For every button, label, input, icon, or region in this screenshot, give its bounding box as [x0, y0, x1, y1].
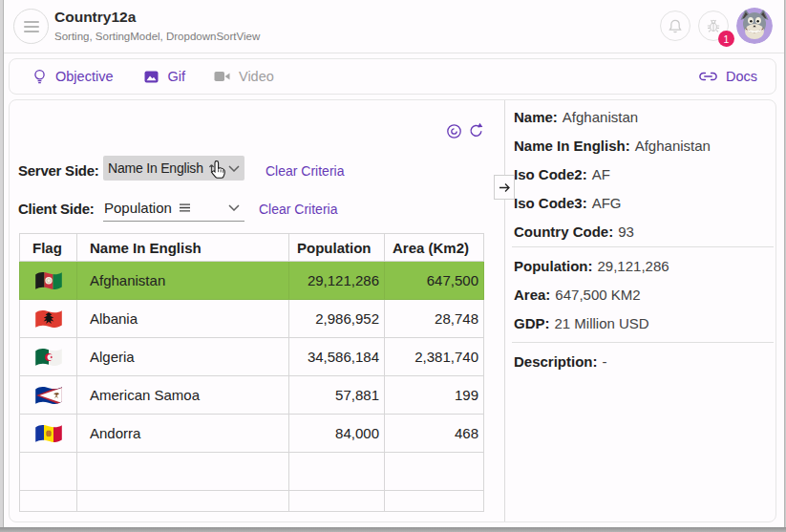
table-header-row: Flag Name In English Population Area (Km…: [20, 234, 484, 262]
docs-label: Docs: [726, 69, 757, 84]
gif-label: Gif: [167, 69, 185, 84]
details-divider-2: [512, 342, 774, 343]
gif-button[interactable]: Gif: [144, 69, 185, 84]
notifications-button[interactable]: [660, 11, 690, 41]
client-sort-value: Population: [104, 200, 172, 216]
table-row-algeria[interactable]: Algeria 34,586,184 2,381,740: [20, 338, 484, 376]
target-icon: [446, 123, 462, 139]
window-border-left-inner: [3, 0, 4, 532]
lightbulb-icon: [32, 69, 47, 84]
american-samoa-flag-icon: [34, 385, 63, 406]
chevron-down-icon: [228, 165, 240, 172]
page-subtitle: Sorting, SortingModel, DropdownSortView: [54, 31, 260, 42]
table-row-empty: [20, 453, 484, 491]
objective-label: Objective: [55, 69, 113, 84]
table-row-american-samoa[interactable]: American Samoa 57,881 199: [20, 376, 484, 415]
detail-name: Name:Afghanistan: [514, 103, 774, 132]
toolbar: Objective Gif Video Docs: [9, 58, 776, 95]
page-title: Country12a: [54, 9, 136, 26]
table-row-afghanistan[interactable]: Afghanistan 29,121,286 647,500: [20, 262, 484, 300]
col-name[interactable]: Name In English: [77, 234, 289, 262]
main-card: Server Side: Name In English Clear Crite…: [9, 99, 776, 522]
client-sort-dropdown[interactable]: Population: [103, 194, 244, 222]
refresh-icon: [468, 122, 484, 139]
detail-name-in-english: Name In English:Afghanistan: [514, 132, 774, 160]
video-icon: [214, 71, 230, 82]
details-divider-1: [512, 246, 774, 247]
col-population[interactable]: Population: [289, 234, 385, 262]
country-details-panel: Name:Afghanistan Name In English:Afghani…: [514, 103, 774, 376]
arrow-right-icon: [499, 182, 511, 193]
server-clear-criteria-link[interactable]: Clear Criteria: [266, 163, 344, 179]
center-focus-button[interactable]: [446, 123, 462, 143]
bug-icon: [706, 18, 721, 33]
video-label: Video: [239, 69, 274, 84]
panel-divider: [504, 100, 505, 521]
andorra-flag-icon: [34, 423, 63, 444]
link-icon: [699, 72, 717, 81]
chevron-down-icon: [228, 204, 240, 211]
col-flag[interactable]: Flag: [20, 234, 77, 262]
window-border-right-inner: [784, 0, 785, 532]
objective-button[interactable]: Objective: [32, 69, 113, 84]
detail-description: Description:-: [514, 348, 774, 376]
cat-avatar-icon: [736, 8, 773, 44]
detail-population: Population:29,121,286: [514, 252, 774, 281]
client-side-label: Client Side:: [18, 201, 95, 217]
window-border-bottom: [0, 527, 786, 532]
user-avatar[interactable]: [736, 8, 773, 44]
afghanistan-flag-icon: [34, 270, 63, 291]
table-row-empty-short: [20, 491, 484, 512]
bell-icon: [668, 18, 683, 34]
algeria-flag-icon: [34, 347, 63, 368]
table-row-albania[interactable]: Albania 2,986,952 28,748: [20, 300, 484, 338]
app-header: Country12a Sorting, SortingModel, Dropdo…: [0, 0, 786, 53]
image-icon: [144, 71, 159, 83]
refresh-button[interactable]: [468, 122, 484, 143]
detail-country-code: Country Code:93: [514, 218, 774, 246]
docs-button[interactable]: Docs: [699, 69, 757, 84]
albania-flag-icon: [34, 309, 63, 330]
detail-gdp: GDP:21 Million USD: [514, 309, 774, 338]
expand-panel-button[interactable]: [494, 175, 515, 200]
notification-badge: 1: [718, 31, 734, 47]
menu-button[interactable]: [13, 9, 49, 44]
server-side-label: Server Side:: [18, 162, 99, 179]
video-button[interactable]: Video: [214, 69, 274, 84]
client-clear-criteria-link[interactable]: Clear Criteria: [259, 202, 337, 217]
countries-table: Flag Name In English Population Area (Km…: [19, 233, 484, 512]
detail-area: Area:647,500 KM2: [514, 281, 774, 309]
sort-lines-icon: [179, 203, 191, 212]
detail-iso-code3: Iso Code3:AFG: [514, 189, 774, 218]
col-area[interactable]: Area (Km2): [385, 234, 484, 262]
table-row-andorra[interactable]: Andorra 84,000 468: [20, 415, 484, 453]
server-sort-value: Name In English: [108, 160, 203, 176]
detail-iso-code2: Iso Code2:AF: [514, 160, 774, 189]
mouse-cursor: [209, 160, 227, 184]
